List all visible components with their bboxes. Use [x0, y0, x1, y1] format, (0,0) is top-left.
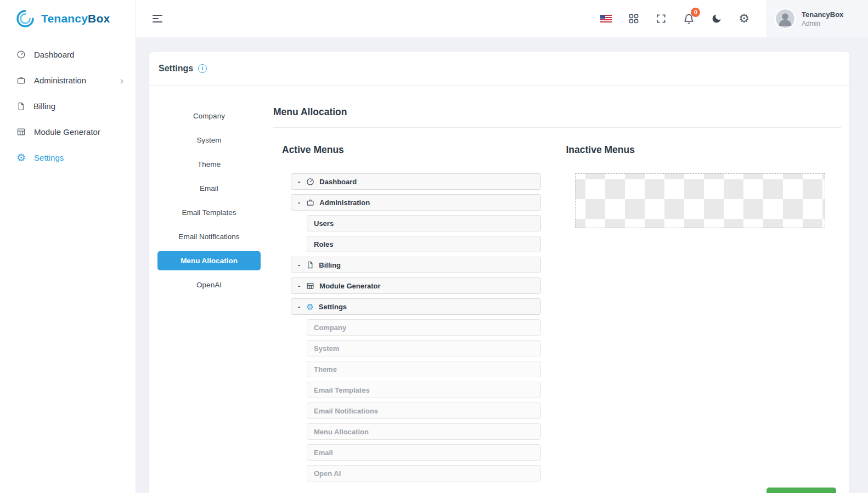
menu-item-label: Module Generator [319, 282, 380, 290]
settings-gear-icon: ⚙ [306, 303, 313, 311]
user-name: TenancyBox [802, 10, 843, 19]
collapse-toggle[interactable]: - [298, 261, 300, 269]
apps-grid-icon[interactable] [628, 13, 639, 24]
main-area: 0 ⚙ [136, 0, 868, 493]
menu-item-label: Menu Allocation [314, 428, 369, 436]
fullscreen-icon[interactable] [656, 13, 667, 24]
inactive-menus-column: Inactive Menus [557, 144, 842, 486]
menu-item-label: Roles [314, 240, 333, 248]
sidebar-item-label: Settings [34, 153, 64, 162]
language-flag-icon[interactable] [600, 15, 612, 22]
section-heading: Menu Allocation [273, 106, 841, 128]
user-menu[interactable]: TenancyBox Admin [766, 0, 868, 37]
active-menu-item-dashboard[interactable]: - Dashboard [291, 173, 541, 190]
menu-item-label: Email Templates [314, 386, 370, 394]
tab-system[interactable]: System [157, 131, 261, 150]
info-icon[interactable]: i [198, 64, 207, 73]
notification-badge: 0 [691, 8, 700, 17]
settings-gear-icon: ⚙ [16, 152, 26, 163]
settings-child-theme: Theme [307, 361, 541, 377]
user-avatar [775, 8, 796, 29]
topbar-actions: 0 ⚙ [600, 0, 868, 37]
active-menu-item-settings[interactable]: - ⚙ Settings [291, 298, 541, 315]
save-button[interactable] [766, 488, 836, 493]
active-menu-item-administration[interactable]: - Administration [291, 194, 541, 211]
collapse-toggle[interactable]: - [298, 199, 300, 207]
brand-logo[interactable]: TenancyBox [0, 0, 136, 37]
menu-columns: Active Menus - Dashboard [273, 144, 841, 486]
tab-openai[interactable]: OpenAI [157, 275, 261, 294]
active-menus-list: - Dashboard - [291, 173, 541, 481]
notifications-bell-icon[interactable]: 0 [683, 13, 695, 25]
collapse-toggle[interactable]: - [298, 282, 300, 290]
menu-item-label: Theme [314, 365, 337, 373]
collapse-toggle[interactable]: - [298, 303, 300, 311]
sidebar-item-module-generator[interactable]: Module Generator [0, 119, 136, 145]
menu-item-label: Company [314, 324, 346, 332]
active-menu-item-module-generator[interactable]: - Module Generator [291, 277, 541, 294]
settings-child-system: System [307, 340, 541, 356]
sidebar-item-label: Dashboard [34, 50, 74, 59]
active-menu-item-billing[interactable]: - Billing [291, 257, 541, 273]
settings-child-email-notifications: Email Notifications [307, 403, 541, 419]
administration-icon [306, 199, 314, 207]
administration-icon [16, 76, 26, 85]
active-menus-title: Active Menus [282, 144, 557, 156]
inactive-menus-title: Inactive Menus [566, 144, 842, 156]
topbar: 0 ⚙ [136, 0, 868, 37]
active-menu-item-roles[interactable]: Roles [307, 236, 541, 252]
tab-email[interactable]: Email [157, 179, 261, 198]
menu-item-label: Email [314, 449, 333, 457]
settings-child-open-ai: Open AI [307, 465, 541, 481]
tab-menu-allocation[interactable]: Menu Allocation [157, 251, 261, 270]
settings-child-email: Email [307, 444, 541, 461]
menu-item-label: Email Notifications [314, 407, 378, 415]
dashboard-icon [306, 178, 314, 186]
sidebar-item-label: Module Generator [34, 127, 100, 137]
menu-item-label: System [314, 344, 339, 353]
chevron-right-icon: › [120, 76, 123, 86]
inactive-menus-dropzone[interactable] [575, 173, 825, 228]
brand-logo-icon [14, 8, 36, 30]
tab-theme[interactable]: Theme [157, 155, 261, 174]
menu-item-label: Dashboard [319, 178, 357, 186]
settings-card: Settings i Company System Theme Email Em… [149, 52, 849, 493]
sidebar-item-label: Administration [34, 76, 86, 85]
tab-email-notifications[interactable]: Email Notifications [157, 227, 261, 246]
card-body: Company System Theme Email Email Templat… [149, 86, 849, 486]
active-menu-item-users[interactable]: Users [307, 215, 541, 231]
dashboard-icon [16, 50, 26, 59]
menu-item-label: Billing [319, 261, 341, 269]
card-header: Settings i [149, 52, 849, 86]
menu-item-label: Users [314, 219, 334, 228]
brand-name: TenancyBox [41, 12, 110, 25]
billing-icon [306, 261, 314, 269]
sidebar-item-label: Billing [33, 101, 55, 111]
active-menus-column: Active Menus - Dashboard [273, 144, 557, 486]
settings-child-company: Company [307, 319, 541, 336]
billing-icon [16, 102, 25, 111]
tab-company[interactable]: Company [157, 106, 261, 126]
settings-child-email-templates: Email Templates [307, 382, 541, 398]
menu-item-label: Open AI [314, 469, 341, 478]
user-role: Admin [802, 20, 843, 27]
module-generator-icon [16, 127, 26, 137]
dark-mode-moon-icon[interactable] [711, 13, 722, 24]
tab-email-templates[interactable]: Email Templates [157, 203, 261, 222]
sidebar-item-settings[interactable]: ⚙ Settings [0, 145, 136, 171]
settings-tabs: Company System Theme Email Email Templat… [157, 106, 261, 486]
menu-allocation-panel: Menu Allocation Active Menus - [273, 106, 841, 486]
sidebar-toggle-button[interactable] [153, 15, 162, 22]
sidebar-item-dashboard[interactable]: Dashboard [0, 42, 136, 67]
sidebar-nav: Dashboard Administration › Billing Modu [0, 37, 136, 171]
collapse-toggle[interactable]: - [298, 178, 300, 186]
settings-gear-icon[interactable]: ⚙ [739, 13, 749, 25]
sidebar: TenancyBox Dashboard Administration › [0, 0, 136, 493]
menu-item-label: Settings [319, 303, 347, 311]
module-generator-icon [306, 282, 314, 290]
page-title: Settings [159, 64, 193, 73]
sidebar-item-billing[interactable]: Billing [0, 93, 136, 119]
menu-item-label: Administration [319, 199, 370, 207]
sidebar-item-administration[interactable]: Administration › [0, 67, 136, 93]
settings-child-menu-allocation: Menu Allocation [307, 423, 541, 440]
